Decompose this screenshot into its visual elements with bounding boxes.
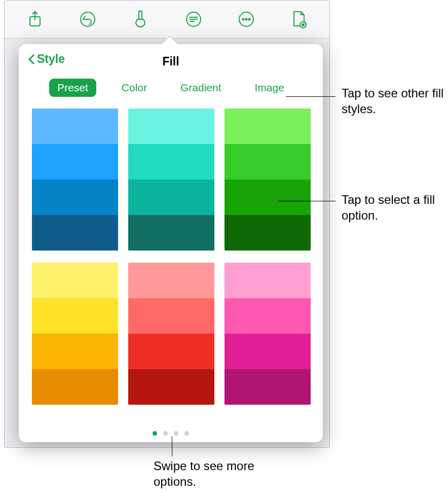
- swatch-shade: [225, 298, 311, 334]
- swatch-shade: [128, 334, 214, 369]
- page-indicator[interactable]: [19, 423, 323, 440]
- page-dot[interactable]: [184, 431, 189, 436]
- preset-swatch-yellow[interactable]: [32, 263, 118, 405]
- preset-swatch-blue[interactable]: [32, 109, 118, 251]
- fill-tabs: Preset Color Gradient Image: [19, 79, 323, 97]
- preset-swatch-red[interactable]: [128, 263, 214, 405]
- svg-point-6: [248, 19, 250, 20]
- tab-preset[interactable]: Preset: [49, 79, 96, 97]
- swatch-shade: [128, 369, 214, 405]
- swatch-shade: [32, 144, 118, 180]
- preset-swatch-green[interactable]: [225, 109, 311, 251]
- callout-select-fill: Tap to select a fill option.: [342, 192, 443, 223]
- callout-fill-styles: Tap to see other fill styles.: [342, 85, 448, 117]
- swatch-shade: [32, 180, 118, 215]
- page-dot[interactable]: [163, 431, 168, 436]
- more-button[interactable]: [226, 5, 267, 33]
- popover-title: Fill: [162, 55, 179, 68]
- callout-line: [286, 96, 335, 97]
- popover-header: Style Fill: [19, 49, 323, 74]
- callout-line: [278, 201, 335, 201]
- preset-swatch-teal[interactable]: [128, 109, 214, 251]
- swatch-shade: [225, 109, 311, 144]
- swatch-shade: [225, 180, 311, 215]
- swatch-shade: [32, 263, 118, 298]
- swatch-shade: [225, 263, 311, 298]
- swatch-shade: [225, 334, 311, 369]
- svg-point-5: [245, 19, 247, 20]
- swatch-shade: [32, 334, 118, 369]
- callout-line: [172, 436, 172, 456]
- page-dot[interactable]: [153, 431, 157, 436]
- tab-gradient[interactable]: Gradient: [172, 79, 230, 97]
- swatch-shade: [32, 298, 118, 334]
- back-label: Style: [37, 52, 65, 66]
- tab-color[interactable]: Color: [114, 79, 155, 97]
- fill-popover: Style Fill Preset Color Gradient Image: [19, 44, 323, 442]
- swatch-shade: [32, 109, 118, 144]
- callout-swipe: Swipe to see more options.: [154, 458, 260, 489]
- swatch-shade: [128, 144, 214, 180]
- svg-point-8: [302, 23, 305, 26]
- insert-button[interactable]: [173, 5, 214, 33]
- swatch-shade: [225, 369, 311, 405]
- back-to-style-button[interactable]: Style: [28, 52, 65, 66]
- swatch-shade: [128, 263, 214, 298]
- swatch-shade: [128, 109, 214, 144]
- top-toolbar: [5, 1, 329, 39]
- swatch-shade: [225, 144, 311, 180]
- swatch-shade: [32, 369, 118, 405]
- format-brush-button[interactable]: [120, 5, 161, 33]
- swatch-shade: [32, 215, 118, 251]
- page-dot[interactable]: [174, 431, 178, 436]
- swatch-shade: [128, 215, 214, 251]
- swatch-shade: [225, 215, 311, 251]
- undo-button[interactable]: [67, 5, 108, 33]
- tab-image[interactable]: Image: [247, 79, 292, 97]
- document-settings-button[interactable]: [279, 5, 319, 33]
- preset-swatch-pink[interactable]: [225, 263, 311, 405]
- app-window: Style Fill Preset Color Gradient Image: [4, 0, 330, 448]
- svg-point-4: [242, 19, 244, 20]
- preset-swatch-grid: [19, 97, 323, 423]
- share-button[interactable]: [15, 5, 55, 33]
- swatch-shade: [128, 298, 214, 334]
- swatch-shade: [128, 180, 214, 215]
